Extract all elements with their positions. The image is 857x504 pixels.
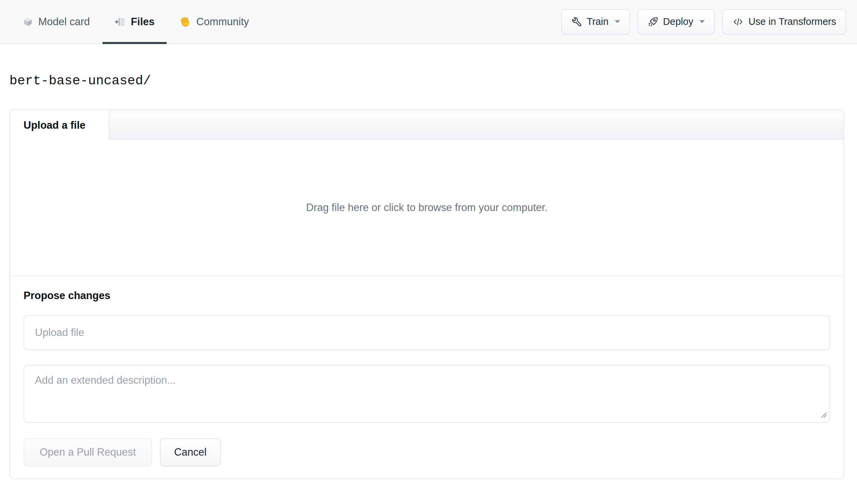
file-versions-icon: [115, 16, 125, 27]
use-in-transformers-label: Use in Transformers: [749, 16, 836, 27]
deploy-label: Deploy: [663, 16, 693, 27]
use-in-transformers-button[interactable]: Use in Transformers: [722, 9, 846, 35]
tab-files[interactable]: Files: [115, 0, 155, 43]
chevron-down-icon: [615, 20, 620, 23]
open-pull-request-button[interactable]: Open a Pull Request: [23, 438, 152, 466]
upload-card-tabbar: Upload a file: [10, 110, 843, 140]
breadcrumb: bert-base-uncased/: [10, 73, 844, 88]
repo-header-bar: Model card Files: [0, 0, 857, 44]
propose-changes-title: Propose changes: [23, 290, 830, 302]
upload-card: Upload a file Drag file here or click to…: [10, 109, 844, 479]
main-content: bert-base-uncased/ Upload a file Drag fi…: [0, 73, 857, 479]
deploy-button[interactable]: Deploy: [638, 9, 715, 35]
propose-changes-section: Propose changes Open a Pull Request Canc…: [10, 275, 843, 478]
tab-label: Community: [196, 16, 249, 28]
propose-actions: Open a Pull Request Cancel: [23, 438, 830, 466]
tab-label: Model card: [38, 16, 90, 28]
code-icon: [732, 16, 744, 28]
cancel-button[interactable]: Cancel: [160, 438, 221, 466]
file-dropzone[interactable]: Drag file here or click to browse from y…: [10, 140, 843, 275]
tab-community[interactable]: Community: [180, 0, 249, 43]
upload-filename-input[interactable]: [23, 315, 830, 350]
wrench-icon: [571, 16, 582, 27]
tab-model-card[interactable]: Model card: [23, 0, 90, 43]
description-field-wrapper: [23, 365, 830, 423]
tab-label: Files: [131, 16, 155, 28]
waving-hand-icon: [180, 16, 191, 28]
chevron-down-icon: [700, 20, 705, 23]
train-label: Train: [587, 16, 609, 27]
extended-description-textarea[interactable]: [23, 365, 830, 423]
repo-tabs: Model card Files: [0, 0, 274, 43]
train-button[interactable]: Train: [561, 9, 630, 35]
rocket-icon: [648, 16, 658, 27]
cube-icon: [23, 17, 33, 27]
tab-upload-a-file[interactable]: Upload a file: [10, 110, 110, 140]
dropzone-hint: Drag file here or click to browse from y…: [306, 202, 548, 214]
repo-action-buttons: Train Deploy Use in Tr: [561, 0, 857, 43]
